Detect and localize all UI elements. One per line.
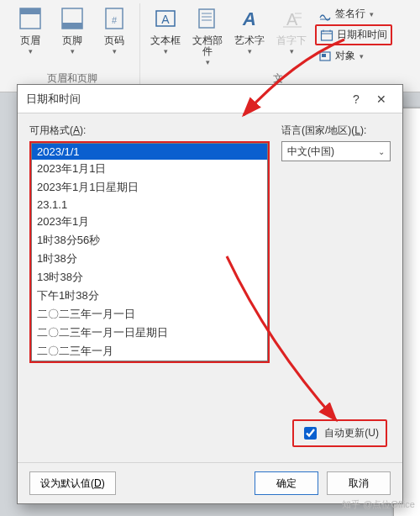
page-number-label: 页码 [104, 35, 124, 46]
help-button[interactable]: ? [344, 92, 369, 106]
svg-rect-23 [322, 54, 326, 57]
svg-text:A: A [242, 8, 256, 29]
header-label: 页眉 [20, 35, 40, 46]
textbox-icon: A [152, 5, 179, 32]
svg-text:A: A [286, 10, 298, 29]
chevron-down-icon: ▾ [248, 47, 252, 55]
format-option[interactable]: 二〇二三年一月一日 [32, 305, 267, 324]
formats-label: 可用格式(A): [29, 124, 270, 138]
chevron-down-icon: ▾ [71, 47, 75, 55]
svg-text:#: # [112, 15, 118, 25]
wordart-icon: A [236, 5, 263, 32]
footer-label: 页脚 [62, 35, 82, 46]
chevron-down-icon: ⌄ [378, 147, 385, 156]
auto-update-checkbox[interactable]: 自动更新(U) [292, 419, 387, 447]
chevron-down-icon: ▾ [290, 47, 294, 55]
svg-rect-8 [199, 9, 214, 28]
svg-text:A: A [161, 13, 170, 26]
dialog-body: 可用格式(A): 2023/1/12023年1月1日2023年1月1日星期日23… [18, 113, 402, 462]
language-label: 语言(国家/地区)(L): [281, 124, 391, 138]
ok-button[interactable]: 确定 [255, 471, 318, 495]
format-option[interactable]: 2023/1/1 [32, 144, 267, 160]
signature-line-button[interactable]: 签名行 ▾ [315, 5, 392, 23]
svg-rect-3 [62, 23, 82, 29]
quick-parts-label: 文档部件 [189, 35, 226, 57]
object-icon [318, 50, 332, 63]
dropcap-label: 首字下 [276, 35, 307, 46]
format-option[interactable]: 二〇二三年一月一日星期日 [32, 324, 267, 342]
format-option[interactable]: 1时38分56秒 [32, 231, 267, 250]
chevron-down-icon: ▾ [206, 58, 210, 66]
quick-parts-icon [194, 5, 221, 32]
chevron-down-icon: ▾ [29, 47, 33, 55]
wordart-button[interactable]: A 艺术字 ▾ [229, 3, 270, 57]
watermark: 知乎 @点位Office [342, 498, 415, 511]
footer-icon [59, 5, 86, 32]
format-option[interactable]: 2023年1月1日星期日 [32, 178, 267, 197]
page-number-icon: # [101, 5, 128, 32]
auto-update-input[interactable] [304, 427, 317, 440]
auto-update-label: 自动更新(U) [324, 426, 379, 440]
dialog-footer: 设为默认值(D) 确定 取消 [18, 462, 402, 503]
object-label: 对象 [335, 49, 355, 63]
page-number-button[interactable]: # 页码 ▾ [94, 3, 134, 57]
signature-icon [318, 8, 332, 21]
textbox-label: 文本框 [150, 35, 181, 46]
dialog-title: 日期和时间 [26, 92, 81, 107]
calendar-icon [320, 29, 333, 42]
format-option[interactable]: 二〇二三年一月 [32, 342, 267, 361]
formats-listbox[interactable]: 2023/1/12023年1月1日2023年1月1日星期日23.1.12023年… [31, 143, 268, 361]
dropcap-button[interactable]: A 首字下 ▾ [271, 3, 312, 57]
language-select[interactable]: 中文(中国) ⌄ [281, 141, 391, 161]
quick-parts-button[interactable]: 文档部件 ▾ [187, 3, 228, 68]
ribbon-group-header-footer: 页眉 ▾ 页脚 ▾ # 页码 ▾ 页眉和页脚 [5, 3, 140, 87]
dialog-titlebar: 日期和时间 ? ✕ [18, 85, 402, 113]
ribbon-right-column: 签名行 ▾ 日期和时间 对象 ▾ [313, 3, 394, 66]
format-option[interactable]: 23.1.1 [32, 197, 267, 213]
dropcap-icon: A [278, 5, 305, 32]
formats-listbox-highlight: 2023/1/12023年1月1日2023年1月1日星期日23.1.12023年… [29, 141, 270, 363]
object-button[interactable]: 对象 ▾ [315, 47, 392, 65]
chevron-down-icon: ▾ [113, 47, 117, 55]
svg-rect-18 [322, 31, 333, 40]
date-time-label: 日期和时间 [337, 28, 387, 42]
chevron-down-icon: ▾ [360, 52, 364, 61]
header-icon [17, 5, 44, 32]
set-default-button[interactable]: 设为默认值(D) [29, 471, 116, 495]
ribbon: 页眉 ▾ 页脚 ▾ # 页码 ▾ 页眉和页脚 [0, 0, 420, 92]
signature-label: 签名行 [335, 7, 365, 21]
format-option[interactable]: 下午1时38分 [32, 287, 267, 305]
textbox-button[interactable]: A 文本框 ▾ [145, 3, 186, 57]
svg-rect-1 [20, 8, 40, 14]
format-option[interactable]: 1时38分 [32, 250, 267, 268]
chevron-down-icon: ▾ [164, 47, 168, 55]
format-option[interactable]: 2023年1月 [32, 213, 267, 231]
ribbon-group-text: A 文本框 ▾ 文档部件 ▾ A 艺术字 ▾ A [140, 3, 415, 87]
close-button[interactable]: ✕ [369, 92, 394, 106]
format-option[interactable]: 2023年1月1日 [32, 160, 267, 178]
format-option[interactable]: 13时38分 [32, 268, 267, 287]
cancel-button[interactable]: 取消 [327, 471, 391, 495]
header-button[interactable]: 页眉 ▾ [10, 3, 50, 57]
language-value: 中文(中国) [287, 145, 334, 159]
footer-button[interactable]: 页脚 ▾ [52, 3, 92, 57]
date-time-dialog: 日期和时间 ? ✕ 可用格式(A): 2023/1/12023年1月1日2023… [17, 84, 403, 504]
chevron-down-icon: ▾ [370, 10, 374, 18]
date-time-button[interactable]: 日期和时间 [315, 24, 392, 45]
wordart-label: 艺术字 [234, 35, 265, 46]
